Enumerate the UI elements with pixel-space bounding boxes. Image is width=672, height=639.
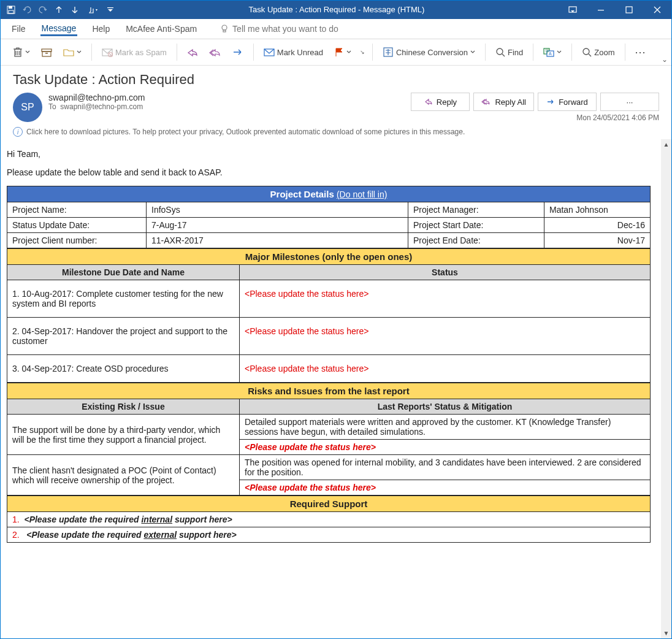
support-item: 2. <Please update the required external … bbox=[7, 527, 651, 543]
reply-button[interactable]: Reply bbox=[411, 93, 470, 111]
svg-rect-8 bbox=[223, 30, 226, 32]
value: Dec-16 bbox=[544, 218, 651, 233]
action-buttons: Reply Reply All Forward ··· bbox=[411, 93, 659, 111]
risk-update-placeholder: <Please update the status here> bbox=[240, 480, 651, 496]
mark-spam-button[interactable]: Mark as Spam bbox=[98, 43, 170, 61]
milestones-header: Major Milestones (only the open ones) bbox=[7, 249, 651, 265]
milestone-status: <Please update the status here> bbox=[240, 280, 651, 318]
find-button[interactable]: Find bbox=[492, 43, 527, 61]
scrollbar-track[interactable] bbox=[661, 150, 671, 628]
support-header: Required Support bbox=[7, 496, 651, 512]
message-pane: Task Update : Action Required SP swapnil… bbox=[1, 66, 671, 638]
chevron-down-icon bbox=[25, 50, 30, 55]
archive-button[interactable] bbox=[37, 43, 56, 61]
message-header: Task Update : Action Required SP swapnil… bbox=[1, 66, 671, 124]
info-bar-text: Click here to download pictures. To help… bbox=[26, 128, 465, 136]
svg-rect-12 bbox=[45, 53, 48, 54]
window-controls bbox=[559, 1, 671, 19]
qat-customize-icon[interactable] bbox=[106, 4, 115, 15]
titlebar: Task Update : Action Required - Message … bbox=[1, 1, 671, 19]
quick-access-toolbar bbox=[1, 4, 115, 15]
milestones-table: Major Milestones (only the open ones) Mi… bbox=[7, 248, 651, 383]
info-bar[interactable]: i Click here to download pictures. To he… bbox=[1, 124, 671, 139]
reply-icon[interactable] bbox=[183, 43, 202, 61]
flag-button[interactable] bbox=[330, 43, 355, 61]
support-table: Required Support 1. <Please update the r… bbox=[7, 496, 651, 543]
chevron-down-icon bbox=[77, 50, 82, 55]
value: 7-Aug-17 bbox=[147, 218, 408, 233]
message-date: Mon 24/05/2021 4:06 PM bbox=[411, 113, 659, 122]
label: Project Start Date: bbox=[408, 218, 544, 233]
tab-file[interactable]: File bbox=[10, 23, 27, 35]
tell-me-search[interactable]: Tell me what you want to do bbox=[220, 24, 338, 34]
risk-status: The position was opened for internal mob… bbox=[240, 455, 651, 480]
chevron-down-icon bbox=[470, 50, 475, 55]
label: Project Manager: bbox=[408, 202, 544, 218]
window: Task Update : Action Required - Message … bbox=[0, 0, 672, 639]
value: Matan Johnson bbox=[544, 202, 651, 218]
scroll-down-icon[interactable]: ▼ bbox=[661, 628, 671, 638]
zoom-button[interactable]: Zoom bbox=[578, 43, 618, 61]
chevron-down-icon bbox=[557, 50, 562, 55]
group-launcher-icon[interactable]: ↘ bbox=[359, 49, 366, 55]
collapse-ribbon-icon[interactable]: ⌄ bbox=[662, 55, 668, 64]
col-header: Milestone Due Date and Name bbox=[7, 265, 240, 280]
tell-me-placeholder: Tell me what you want to do bbox=[232, 24, 338, 34]
tab-message[interactable]: Message bbox=[40, 22, 78, 36]
more-commands-button[interactable]: ··· bbox=[632, 43, 650, 61]
col-header: Status bbox=[240, 265, 651, 280]
risk-status: Detailed support materials were written … bbox=[240, 415, 651, 440]
chevron-down-icon bbox=[346, 50, 351, 55]
svg-point-7 bbox=[222, 25, 227, 30]
forward-button[interactable]: Forward bbox=[538, 93, 597, 111]
redo-icon[interactable] bbox=[37, 4, 48, 15]
risks-table: Risks and Issues from the last report Ex… bbox=[7, 383, 651, 496]
scroll-up-icon[interactable]: ▲ bbox=[661, 139, 671, 150]
svg-point-22 bbox=[583, 48, 589, 55]
save-icon[interactable] bbox=[6, 4, 17, 15]
svg-rect-3 bbox=[107, 7, 113, 8]
body-request: Please update the below table and send i… bbox=[7, 167, 659, 177]
label: Project Name: bbox=[7, 202, 147, 218]
svg-text:A: A bbox=[549, 52, 552, 56]
close-icon[interactable] bbox=[643, 1, 671, 19]
label: Status Update Date: bbox=[7, 218, 147, 233]
maximize-icon[interactable] bbox=[615, 1, 643, 19]
svg-rect-2 bbox=[9, 10, 13, 13]
tab-help[interactable]: Help bbox=[91, 23, 111, 35]
delete-button[interactable] bbox=[9, 43, 34, 61]
message-subject: Task Update : Action Required bbox=[13, 72, 659, 88]
svg-point-17 bbox=[497, 48, 503, 55]
body-greeting: Hi Team, bbox=[7, 149, 659, 159]
more-actions-button[interactable]: ··· bbox=[600, 93, 659, 111]
body-area: Hi Team, Please update the below table a… bbox=[1, 139, 671, 638]
touch-mouse-mode-icon[interactable] bbox=[85, 4, 101, 15]
to-address: To swapnil@techno-pm.com bbox=[48, 102, 145, 111]
reply-all-button[interactable]: Reply All bbox=[473, 93, 534, 111]
mark-unread-button[interactable]: Mark Unread bbox=[260, 43, 327, 61]
ribbon-display-icon[interactable] bbox=[559, 1, 587, 19]
chinese-conversion-button[interactable]: Chinese Conversion bbox=[379, 43, 479, 61]
project-details-header: Project Details (Do not fill in) bbox=[7, 186, 651, 202]
milestone-name: 2. 04-Sep-2017: Handover the project and… bbox=[7, 318, 240, 355]
risk-text: The client hasn't designated a POC (Poin… bbox=[7, 455, 240, 496]
undo-icon[interactable] bbox=[21, 4, 32, 15]
svg-rect-1 bbox=[9, 6, 12, 9]
tab-row: File Message Help McAfee Anti-Spam Tell … bbox=[1, 19, 671, 39]
risk-update-placeholder: <Please update the status here> bbox=[240, 440, 651, 455]
scrollbar[interactable]: ▲ ▼ bbox=[661, 139, 671, 638]
minimize-icon[interactable] bbox=[587, 1, 615, 19]
forward-icon[interactable] bbox=[229, 43, 247, 61]
value: 11-AXR-2017 bbox=[147, 233, 408, 248]
next-item-icon[interactable] bbox=[69, 4, 80, 15]
tab-mcafee[interactable]: McAfee Anti-Spam bbox=[124, 23, 198, 35]
support-item: 1. <Please update the required internal … bbox=[7, 512, 651, 527]
translate-button[interactable]: 字A bbox=[540, 43, 565, 61]
svg-rect-5 bbox=[598, 10, 604, 10]
lightbulb-icon bbox=[220, 24, 229, 34]
previous-item-icon[interactable] bbox=[53, 4, 64, 15]
reply-all-icon[interactable] bbox=[205, 43, 225, 61]
milestone-status: <Please update the status here> bbox=[240, 355, 651, 383]
move-button[interactable] bbox=[59, 43, 85, 61]
milestone-status: <Please update the status here> bbox=[240, 318, 651, 355]
